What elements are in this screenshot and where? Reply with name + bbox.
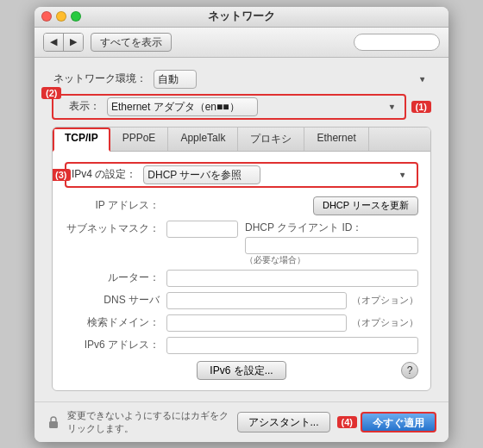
display-label: 表示：: [57, 99, 100, 114]
display-row-container: (2) 表示： Ethernet アダプタ（en■■） ▼ (1): [52, 94, 431, 120]
bottom-buttons: アシスタント... (4) 今すぐ適用: [237, 412, 436, 432]
bottom-bar: 変更できないようにするにはカギをクリックします。 アシスタント... (4) 今…: [34, 401, 448, 442]
window-title: ネットワーク: [208, 9, 275, 24]
tab-proxy[interactable]: プロキシ: [238, 128, 304, 151]
dhcp-client-label: DHCP クライアント ID：: [245, 221, 362, 235]
lock-info-text: 変更できないようにするにはカギをクリックします。: [67, 409, 237, 435]
router-label: ルーター：: [65, 271, 160, 285]
nav-buttons: ◀ ▶: [43, 33, 84, 52]
ipv6-address-label: IPv6 アドレス：: [65, 338, 160, 352]
dns-row: DNS サーバ （オプション）: [65, 292, 418, 309]
required-note: （必要な場合）: [245, 254, 305, 266]
toolbar: ◀ ▶ すべてを表示: [34, 28, 448, 58]
help-button[interactable]: ?: [401, 362, 418, 379]
annotation-4: (4): [337, 416, 357, 428]
ipv4-setting-row-container: (3) IPv4 の設定： DHCP サーバを参照 ▼: [65, 162, 418, 188]
dns-input[interactable]: [166, 292, 347, 309]
ipv6-settings-button[interactable]: IPv6 を設定...: [197, 361, 285, 380]
router-input[interactable]: [166, 270, 418, 287]
ip-address-row: IP アドレス： DHCP リースを更新: [65, 196, 418, 215]
network-env-row: ネットワーク環境： 自動 ▼: [52, 70, 431, 89]
panel-content: (3) IPv4 の設定： DHCP サーバを参照 ▼ IP アドレス：: [53, 152, 430, 390]
assistant-button[interactable]: アシスタント...: [237, 412, 330, 432]
network-env-select[interactable]: 自動: [154, 70, 197, 89]
search-input[interactable]: [354, 34, 440, 51]
show-all-button[interactable]: すべてを表示: [91, 33, 172, 52]
tab-tcpip[interactable]: TCP/IP: [53, 128, 110, 152]
network-env-select-wrapper: 自動 ▼: [154, 70, 431, 89]
dns-label: DNS サーバ: [65, 293, 160, 308]
maximize-button[interactable]: [71, 11, 81, 22]
ip-address-label: IP アドレス：: [65, 198, 160, 213]
display-select-wrapper: Ethernet アダプタ（en■■） ▼: [107, 97, 401, 116]
tab-appletalk[interactable]: AppleTalk: [168, 128, 238, 151]
svg-rect-0: [49, 421, 58, 428]
settings-panel: TCP/IP PPPoE AppleTalk プロキシ Ethernet: [52, 127, 431, 391]
dhcp-client-field: DHCP クライアント ID： （必要な場合）: [238, 221, 418, 266]
tab-ethernet[interactable]: Ethernet: [304, 128, 368, 151]
search-domain-row: 検索ドメイン： （オプション）: [65, 314, 418, 332]
minimize-button[interactable]: [56, 11, 66, 22]
apply-btn-container: (4) 今すぐ適用: [337, 412, 436, 432]
titlebar: ネットワーク: [34, 7, 448, 28]
forward-button[interactable]: ▶: [64, 33, 83, 52]
ipv6-address-input[interactable]: [166, 337, 418, 354]
annotation-1: (1): [411, 101, 431, 113]
subnet-dhcp-row: サブネットマスク： DHCP クライアント ID： （必要な場合）: [65, 221, 418, 266]
annotation-2: (2): [41, 87, 61, 99]
ipv4-label: IPv4 の設定：: [72, 167, 136, 182]
annotation-3: (3): [52, 169, 71, 181]
network-env-label: ネットワーク環境：: [52, 72, 147, 86]
display-row: 表示： Ethernet アダプタ（en■■） ▼: [52, 94, 406, 120]
search-domain-option: （オプション）: [352, 316, 418, 329]
back-button[interactable]: ◀: [44, 33, 64, 52]
display-select[interactable]: Ethernet アダプタ（en■■）: [107, 97, 258, 116]
ipv4-select-wrapper: DHCP サーバを参照 ▼: [143, 165, 411, 184]
dhcp-client-input[interactable]: [245, 237, 418, 254]
router-row: ルーター：: [65, 270, 418, 287]
search-domain-label: 検索ドメイン：: [65, 315, 160, 330]
dhcp-renew-button[interactable]: DHCP リースを更新: [313, 196, 418, 215]
subnet-mask-label: サブネットマスク：: [65, 221, 160, 236]
subnet-mask-input[interactable]: [166, 221, 238, 238]
ipv4-select[interactable]: DHCP サーバを参照: [143, 165, 260, 184]
close-button[interactable]: [41, 11, 52, 22]
ipv4-setting-row: IPv4 の設定： DHCP サーバを参照 ▼: [65, 162, 418, 188]
ipv6-address-row: IPv6 アドレス：: [65, 337, 418, 354]
ipv6-btn-row: IPv6 を設定... ?: [65, 361, 418, 380]
search-domain-input[interactable]: [166, 314, 347, 332]
lock-icon: [47, 415, 60, 429]
tab-pppoe[interactable]: PPPoE: [110, 128, 169, 151]
subnet-mask-field: サブネットマスク：: [65, 221, 238, 238]
traffic-lights: [41, 11, 81, 22]
main-content: ネットワーク環境： 自動 ▼ (2) 表示： Ethernet アダプタ（en■…: [34, 58, 448, 401]
tab-bar: TCP/IP PPPoE AppleTalk プロキシ Ethernet: [53, 128, 430, 152]
apply-now-button[interactable]: 今すぐ適用: [361, 412, 436, 432]
network-window: ネットワーク ◀ ▶ すべてを表示 ネットワーク環境： 自動 ▼ (2) 表示：: [34, 7, 448, 442]
dns-option: （オプション）: [352, 294, 418, 307]
